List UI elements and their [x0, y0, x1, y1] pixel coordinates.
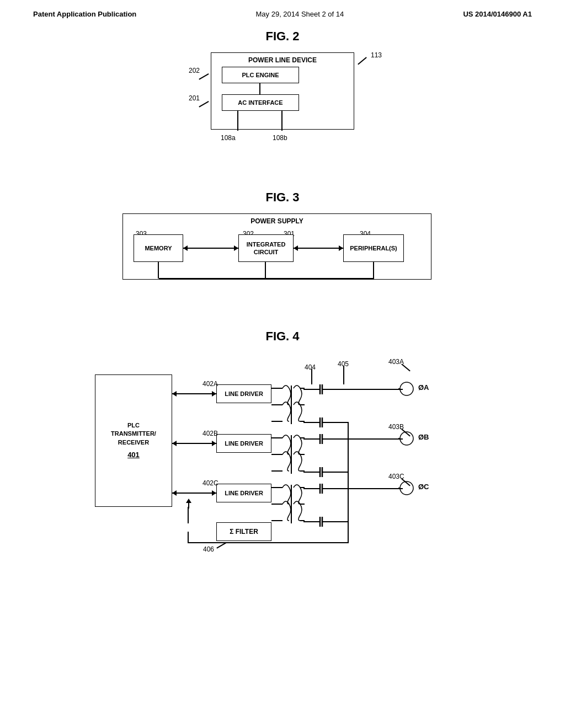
- fig4-line-driver-3: LINE DRIVER: [216, 484, 271, 502]
- fig3-title: FIG. 3: [33, 190, 532, 205]
- fig3-periph-box: PERIPHERAL(S): [343, 234, 404, 262]
- arrow-right-head: [234, 245, 238, 251]
- fig2-title: FIG. 2: [33, 29, 532, 44]
- header-right: US 2014/0146900 A1: [463, 10, 532, 18]
- fig3-vline-mem: [158, 262, 159, 279]
- fig3-memory-box: MEMORY: [134, 234, 183, 262]
- fig4-diag-403a: [402, 363, 411, 371]
- fig2-arrow-202: [199, 73, 209, 79]
- arrow-right-head2: [339, 245, 343, 251]
- fig2-diagram: POWER LINE DEVICE PLC ENGINE AC INTERFAC…: [33, 52, 532, 163]
- fig3-vline-ic: [265, 262, 266, 279]
- arrow-left-head: [183, 245, 188, 251]
- fig4-phase-b-line: [348, 438, 403, 440]
- fig3-diagram: POWER SUPPLY 303 302 301 304 MEMORY INTE…: [33, 213, 532, 302]
- arrowhead: [212, 391, 216, 397]
- fig4-wrapper: PLCTRANSMITTER/RECEIVER 401 LINE DRIVER …: [95, 352, 470, 573]
- fig4-label-402b: 402B: [202, 430, 218, 437]
- fig4-label-406: 406: [203, 545, 214, 553]
- fig4-line-driver-2: LINE DRIVER: [216, 434, 271, 453]
- fig4-phase-a-line: [348, 389, 403, 390]
- fig4-title: FIG. 4: [33, 329, 532, 344]
- figure-2-section: FIG. 2 POWER LINE DEVICE PLC ENGINE AC I…: [33, 29, 532, 163]
- fig2-label-113: 113: [371, 51, 382, 59]
- fig2-outer-box: POWER LINE DEVICE: [211, 52, 354, 130]
- fig4-line-driver-1: LINE DRIVER: [216, 384, 271, 403]
- fig4-plc-ref: 401: [127, 450, 140, 460]
- fig4-coil-2: [271, 432, 305, 477]
- header-left: Patent Application Publication: [33, 10, 136, 18]
- header-center: May 29, 2014 Sheet 2 of 14: [256, 10, 344, 18]
- fig2-outer-label: POWER LINE DEVICE: [211, 56, 354, 64]
- fig2-line-right: [281, 111, 282, 131]
- fig4-sigma-filter: Σ FILTER: [216, 522, 271, 541]
- fig4-cap-1: [303, 384, 348, 394]
- fig2-vline: [259, 83, 260, 94]
- fig4-sigma-bottom: [188, 532, 189, 543]
- arrow-left-head2: [294, 245, 298, 251]
- svg-marker-52: [186, 499, 191, 503]
- fig2-plc-engine-box: PLC ENGINE: [222, 67, 299, 83]
- fig2-label-202: 202: [189, 67, 200, 74]
- figure-4-section: FIG. 4 PLCTRANSMITTER/RECEIVER 401 LINE …: [33, 329, 532, 573]
- fig2-line-left: [237, 111, 238, 131]
- fig2-arrow-201: [199, 101, 209, 107]
- fig4-cap-3b: [303, 517, 348, 527]
- fig4-right-vline: [348, 422, 349, 543]
- fig2-wrapper: POWER LINE DEVICE PLC ENGINE AC INTERFAC…: [189, 52, 376, 163]
- fig3-wrapper: POWER SUPPLY 303 302 301 304 MEMORY INTE…: [122, 213, 443, 302]
- arrowhead: [212, 490, 216, 496]
- arrowhead: [212, 441, 216, 446]
- fig4-phase-b-label: ØB: [418, 433, 429, 441]
- fig4-cap-2: [303, 434, 348, 444]
- fig4-plc-box: PLCTRANSMITTER/RECEIVER 401: [95, 374, 172, 507]
- fig4-cap-2b: [303, 467, 348, 477]
- fig4-label-402a: 402A: [202, 380, 218, 388]
- fig3-ic-box: INTEGRATEDCIRCUIT: [238, 234, 294, 262]
- fig4-diag-405: [343, 366, 344, 384]
- fig4-phase-c-label: ØC: [418, 483, 429, 491]
- fig3-outer-label: POWER SUPPLY: [123, 217, 431, 225]
- fig4-socket-a: [398, 381, 415, 397]
- figure-3-section: FIG. 3 POWER SUPPLY 303 302 301 304 MEMO…: [33, 190, 532, 302]
- fig4-phase-c-line: [348, 488, 403, 489]
- fig4-coil-3: [271, 482, 305, 526]
- fig2-label-108b: 108b: [273, 134, 287, 142]
- fig4-arrow-plc-ld2: [172, 443, 216, 444]
- fig3-vline-per: [373, 262, 374, 279]
- fig4-cap-1b: [303, 417, 348, 427]
- fig4-plc-label: PLCTRANSMITTER/RECEIVER: [111, 421, 156, 447]
- arrowhead: [172, 490, 177, 496]
- fig4-arrow-plc-ld3: [172, 493, 216, 494]
- page-header: Patent Application Publication May 29, 2…: [0, 0, 565, 24]
- arrowhead: [172, 391, 177, 397]
- fig4-cap-3: [303, 484, 348, 494]
- fig4-label-402c: 402C: [202, 479, 218, 487]
- svg-point-45: [400, 382, 413, 395]
- fig4-diagram: PLCTRANSMITTER/RECEIVER 401 LINE DRIVER …: [33, 352, 532, 573]
- fig4-coil-1: [271, 383, 305, 427]
- fig3-arrow-ic-per: [294, 248, 343, 249]
- fig2-label-108a: 108a: [221, 134, 236, 142]
- fig4-arrow-plc-ld1: [172, 393, 216, 394]
- fig3-ic-label: INTEGRATEDCIRCUIT: [247, 240, 286, 256]
- fig2-ac-interface-box: AC INTERFACE: [222, 94, 299, 111]
- fig4-bottom-hline: [188, 542, 349, 543]
- fig2-label-201: 201: [189, 94, 200, 102]
- fig3-arrow-mem-ic: [183, 248, 238, 249]
- fig4-diag-404: [311, 369, 312, 384]
- arrowhead: [172, 441, 177, 446]
- fig4-sigma-to-plc-arrow: [183, 499, 194, 510]
- fig2-arrow-113: [358, 57, 366, 65]
- fig3-hline-bottom: [159, 278, 374, 279]
- main-content: FIG. 2 POWER LINE DEVICE PLC ENGINE AC I…: [0, 24, 565, 595]
- fig4-label-404: 404: [305, 363, 316, 371]
- fig4-phase-a-label: ØA: [418, 383, 429, 392]
